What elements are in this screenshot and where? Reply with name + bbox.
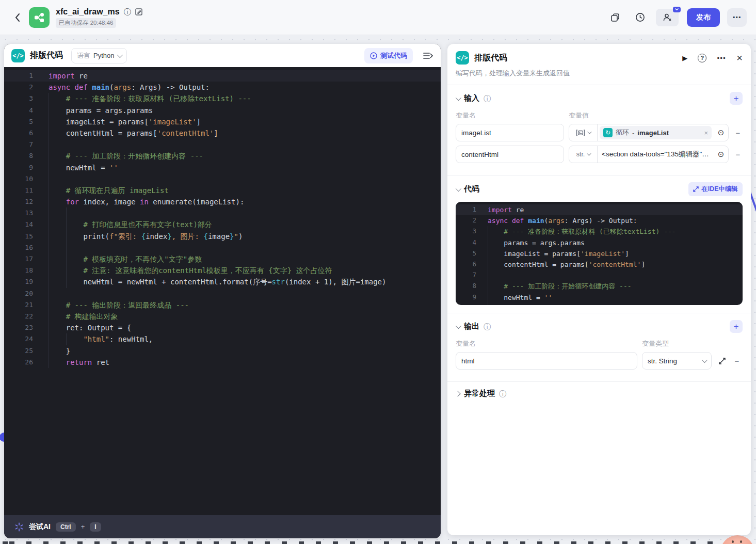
code-line: 4params = args.params (4, 105, 441, 116)
code-line: 3# --- 准备阶段：获取原材料 (已移除textList) --- (456, 226, 743, 237)
info-icon: ⓘ (484, 95, 491, 102)
code-node-panel: </> 排版代码 语言 Python 测试代码 1import re2async… (4, 44, 441, 538)
info-icon: ⓘ (499, 390, 506, 397)
chevron-left-icon (15, 13, 20, 22)
output-name-field[interactable]: html (456, 352, 637, 370)
code-panel-header: </> 排版代码 语言 Python 测试代码 (4, 44, 441, 67)
code-preview[interactable]: 1import re2async def main(args: Args) ->… (456, 202, 743, 305)
remove-input-button[interactable]: − (733, 129, 743, 137)
output-section-title: 输出 (464, 322, 479, 331)
chevron-down-icon (117, 52, 123, 57)
code-line: 6contentHtml = params['contentHtml'] (456, 259, 743, 270)
run-node-button[interactable]: ▶ (682, 54, 687, 62)
code-line: 10 (456, 303, 743, 305)
ref-separator: - (632, 129, 634, 137)
code-line: 14# 打印信息里也不再有文字(text)部分 (4, 219, 441, 230)
ref-node-label: 循环 (616, 128, 629, 137)
title-info-icon[interactable]: ⓘ (124, 8, 131, 15)
code-line: 10 (4, 173, 441, 185)
input-value-field[interactable]: <section data-tools="135编辑器" dat… (598, 150, 714, 159)
language-value: Python (93, 52, 114, 59)
remove-output-button[interactable]: − (732, 357, 742, 365)
language-label: 语言 (77, 51, 90, 60)
ai-spark-icon (14, 522, 24, 532)
collapse-panel-icon (423, 52, 433, 59)
output-type-value: str. String (648, 357, 699, 365)
ref-variable-name: imageList (637, 129, 701, 137)
collab-dropdown-badge (673, 7, 681, 12)
expand-icon (693, 186, 699, 192)
code-line: 5imageList = params['imageList'] (456, 248, 743, 259)
panel-more-button[interactable]: ⋯ (717, 53, 726, 63)
info-icon: ⓘ (484, 323, 491, 330)
code-line: 8# --- 加工阶段：开始循环创建内容 --- (456, 281, 743, 292)
topbar-more-button[interactable]: ⋯ (727, 8, 747, 27)
code-line: 2async def main(args: Args) -> Output: (456, 215, 743, 226)
history-button[interactable] (631, 9, 649, 26)
node-description: 编写代码，处理输入变量来生成返回值 (447, 69, 751, 85)
section-collapse-icon[interactable] (456, 94, 461, 100)
expand-output-button[interactable] (716, 358, 728, 364)
code-line: 3# --- 准备阶段：获取原材料 (已移除textList) --- (4, 93, 441, 104)
col-label-name: 变量名 (456, 339, 642, 348)
code-line: 19newHtml = newHtml + contentHtml.format… (4, 276, 441, 287)
col-label-value: 变量值 (569, 111, 589, 120)
code-line: 9newHtml = '' (456, 292, 743, 303)
back-button[interactable] (9, 10, 25, 25)
top-bar: xfc_ai_draw_ms ⓘ 已自动保存 20:48:46 发布 ⋯ (0, 0, 756, 35)
section-expand-icon[interactable] (455, 391, 460, 396)
code-line: 24"html": newHtml, (4, 333, 441, 345)
assistant-mascot[interactable] (720, 535, 754, 544)
title-edit-icon[interactable] (135, 8, 142, 15)
code-line: 5imageList = params['imageList'] (4, 116, 441, 127)
canvas-bottom-nodes (0, 541, 756, 544)
code-section-title: 代码 (464, 184, 479, 194)
collaborators-icon (663, 12, 672, 22)
close-panel-button[interactable]: × (736, 52, 743, 64)
config-panel-title: 排版代码 (474, 53, 677, 63)
loop-node-icon: ↻ (603, 128, 613, 137)
code-section: 代码 在IDE中编辑 1import re2async def main(arg… (447, 175, 751, 313)
duplicate-button[interactable] (606, 9, 624, 26)
code-node-icon: </> (11, 49, 25, 62)
code-line: 22# 构建输出对象 (4, 311, 441, 322)
ai-assist-bar[interactable]: 尝试AI Ctrl + I (4, 515, 441, 538)
code-line: 8# --- 加工阶段：开始循环创建内容 --- (4, 150, 441, 162)
input-row: contentHtml str. <section data-tools="13… (456, 146, 743, 163)
code-line: 21# --- 输出阶段：返回最终成品 --- (4, 299, 441, 311)
variable-reference-tag[interactable]: ↻ 循环 - imageList × (600, 126, 712, 139)
remove-reference-icon[interactable]: × (704, 129, 708, 137)
code-line: 2async def main(args: Args) -> Output: (4, 82, 441, 93)
input-name-field[interactable]: imageList (456, 124, 564, 141)
language-selector[interactable]: 语言 Python (71, 48, 127, 63)
section-collapse-icon[interactable] (456, 323, 461, 328)
section-collapse-icon[interactable] (456, 185, 461, 191)
focus-node-icon[interactable]: ⊙ (714, 128, 728, 137)
resize-diagonal-icon (719, 358, 726, 364)
code-line: 1import re (4, 70, 441, 82)
code-line: 25} (4, 345, 441, 357)
publish-button[interactable]: 发布 (687, 8, 720, 27)
test-code-button[interactable]: 测试代码 (364, 48, 413, 63)
code-line: 20 (4, 288, 441, 299)
code-editor[interactable]: 1import re2async def main(args: Args) ->… (4, 67, 441, 515)
remove-input-button[interactable]: − (733, 150, 743, 159)
output-type-selector[interactable]: str. String (642, 352, 712, 370)
code-node-icon: </> (456, 51, 469, 65)
chevron-down-icon (587, 130, 591, 134)
edit-in-ide-label: 在IDE中编辑 (701, 185, 738, 194)
collaboration-button[interactable] (656, 9, 679, 26)
edit-in-ide-button[interactable]: 在IDE中编辑 (688, 182, 743, 196)
input-name-field[interactable]: contentHtml (456, 146, 564, 163)
type-selector[interactable] (569, 124, 598, 141)
panel-collapse-button[interactable] (423, 52, 433, 59)
input-section-title: 输入 (464, 93, 479, 103)
add-output-button[interactable]: + (730, 320, 743, 333)
try-ai-label: 尝试AI (29, 522, 51, 532)
type-selector[interactable]: str. (569, 146, 598, 163)
help-button[interactable]: ? (698, 54, 706, 62)
focus-node-icon[interactable]: ⊙ (714, 150, 728, 159)
code-line: 4params = args.params (456, 237, 743, 248)
add-input-button[interactable]: + (730, 92, 743, 105)
output-section: 输出 ⓘ + 变量名 变量类型 html str. String − (447, 313, 751, 381)
